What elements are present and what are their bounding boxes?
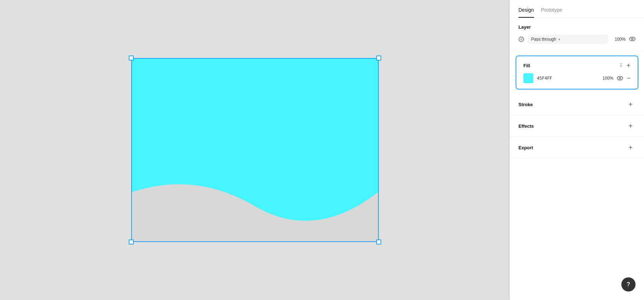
tab-prototype[interactable]: Prototype <box>541 7 562 18</box>
svg-point-5 <box>619 77 621 79</box>
layer-visibility-icon[interactable] <box>629 36 636 42</box>
fill-add-button[interactable]: + <box>626 62 631 69</box>
selected-shape[interactable] <box>131 58 379 242</box>
export-add-button[interactable]: + <box>626 143 636 152</box>
layer-title: Layer <box>518 24 636 30</box>
tab-design[interactable]: Design <box>518 7 534 18</box>
fill-remove-button[interactable]: − <box>627 75 631 81</box>
export-section: Export + <box>510 137 644 158</box>
fill-section: Fill ⠿ + 45F4FF 100% − <box>516 56 638 90</box>
help-icon: ? <box>627 281 630 288</box>
layer-section: Layer Pass through ▾ 100% <box>510 18 644 51</box>
canvas-content <box>131 58 379 242</box>
effects-add-button[interactable]: + <box>626 121 636 131</box>
right-panel: Design Prototype Layer Pass through ▾ 10… <box>510 0 644 300</box>
handle-top-right[interactable] <box>376 56 381 60</box>
wave-shape <box>132 59 378 241</box>
layer-opacity-value[interactable]: 100% <box>611 37 626 42</box>
handle-top-left[interactable] <box>129 56 134 60</box>
fill-header: Fill ⠿ + <box>523 62 631 69</box>
handle-bottom-right[interactable] <box>376 240 381 244</box>
blend-mode-label: Pass through <box>531 37 556 42</box>
effects-title: Effects <box>518 123 534 129</box>
fill-color-swatch[interactable] <box>523 73 533 83</box>
stroke-section: Stroke + <box>510 94 644 115</box>
svg-point-4 <box>617 76 623 80</box>
layer-controls: Pass through ▾ 100% <box>518 35 636 44</box>
panel-body: Layer Pass through ▾ 100% <box>510 18 644 300</box>
effects-section: Effects + <box>510 115 644 137</box>
canvas-area <box>0 0 510 300</box>
stroke-add-button[interactable]: + <box>626 99 636 109</box>
svg-point-2 <box>630 37 635 41</box>
svg-point-3 <box>632 38 633 40</box>
fill-color-hex[interactable]: 45F4FF <box>537 76 596 81</box>
blend-mode-icon <box>518 36 524 42</box>
svg-point-1 <box>520 38 522 40</box>
fill-actions: ⠿ + <box>620 62 631 69</box>
handle-bottom-left[interactable] <box>129 240 134 244</box>
panel-tabs: Design Prototype <box>510 0 644 18</box>
fill-title: Fill <box>523 63 530 68</box>
fill-visibility-icon[interactable] <box>617 75 623 81</box>
stroke-title: Stroke <box>518 102 533 107</box>
fill-row: 45F4FF 100% − <box>523 73 631 83</box>
chevron-down-icon: ▾ <box>558 38 560 41</box>
fill-dots-icon[interactable]: ⠿ <box>620 63 623 68</box>
export-title: Export <box>518 145 533 150</box>
blend-mode-button[interactable]: Pass through ▾ <box>528 35 608 44</box>
fill-opacity-value[interactable]: 100% <box>599 76 613 81</box>
help-button[interactable]: ? <box>621 277 636 292</box>
